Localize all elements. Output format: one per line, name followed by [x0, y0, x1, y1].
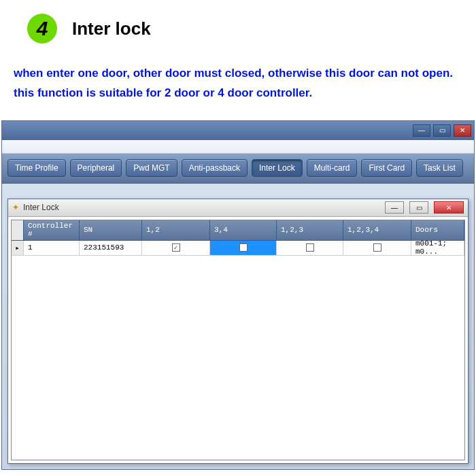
cell-sn[interactable]: 223151593 [80, 241, 142, 256]
child-minimize-button[interactable]: — [385, 201, 404, 214]
col-12[interactable]: 1,2 [142, 220, 210, 241]
grid-empty-area [12, 256, 464, 460]
col-123[interactable]: 1,2,3 [277, 220, 343, 241]
main-toolbar: Time Profile Peripheral Pwd MGT Anti-pas… [2, 154, 474, 184]
cell-123[interactable] [277, 241, 343, 256]
grid-header-row: Controller # SN 1,2 3,4 1,2,3 1,2,3,4 Do… [12, 220, 464, 241]
step-description: when enter one door, other door must clo… [0, 44, 476, 120]
cell-12[interactable]: ✓ [142, 241, 210, 256]
child-window-title: Inter Lock [23, 203, 379, 212]
col-sn[interactable]: SN [80, 220, 142, 241]
cell-controller[interactable]: 1 [24, 241, 80, 256]
tab-inter-lock[interactable]: Inter Lock [252, 159, 303, 177]
minimize-button[interactable]: — [413, 124, 430, 137]
checkbox-12[interactable]: ✓ [172, 243, 180, 252]
tab-multi-card[interactable]: Multi-card [307, 159, 358, 177]
tab-time-profile[interactable]: Time Profile [7, 159, 66, 177]
step-title: Inter lock [72, 18, 151, 39]
tab-first-card[interactable]: First Card [361, 159, 412, 177]
step-number-badge: 4 [27, 14, 57, 44]
cell-1234[interactable] [343, 241, 411, 256]
inter-lock-window: ✦ Inter Lock — ▭ ✕ Controller # SN 1,2 3… [7, 199, 469, 464]
col-1234[interactable]: 1,2,3,4 [343, 220, 411, 241]
col-34[interactable]: 3,4 [210, 220, 277, 241]
workspace: ✦ Inter Lock — ▭ ✕ Controller # SN 1,2 3… [2, 184, 474, 469]
checkbox-1234[interactable] [373, 243, 381, 252]
menubar [2, 140, 474, 154]
tab-peripheral[interactable]: Peripheral [70, 159, 122, 177]
interlock-grid: Controller # SN 1,2 3,4 1,2,3 1,2,3,4 Do… [11, 220, 465, 460]
checkbox-123[interactable] [306, 243, 314, 252]
maximize-button[interactable]: ▭ [433, 124, 451, 137]
cell-doors[interactable]: m001-1; m0... [411, 241, 464, 256]
step-header: 4 Inter lock [0, 0, 476, 44]
grid-corner [12, 220, 24, 241]
child-maximize-button[interactable]: ▭ [409, 201, 428, 214]
child-titlebar: ✦ Inter Lock — ▭ ✕ [8, 199, 468, 217]
tab-task-list[interactable]: Task List [416, 159, 463, 177]
tab-pwd-mgt[interactable]: Pwd MGT [126, 159, 177, 177]
wand-icon: ✦ [12, 203, 19, 212]
tab-anti-passback[interactable]: Anti-passback [182, 159, 248, 177]
child-close-button[interactable]: ✕ [434, 201, 464, 214]
close-button[interactable]: ✕ [454, 124, 471, 137]
col-doors[interactable]: Doors [411, 220, 464, 241]
checkbox-34[interactable] [239, 243, 248, 252]
col-controller[interactable]: Controller # [24, 220, 80, 241]
cell-34[interactable] [210, 241, 277, 256]
table-row[interactable]: ▸ 1 223151593 ✓ m001-1; m0... [12, 241, 464, 256]
row-header[interactable]: ▸ [12, 241, 24, 256]
main-titlebar: — ▭ ✕ [2, 121, 474, 140]
app-window: — ▭ ✕ Time Profile Peripheral Pwd MGT An… [1, 120, 475, 470]
